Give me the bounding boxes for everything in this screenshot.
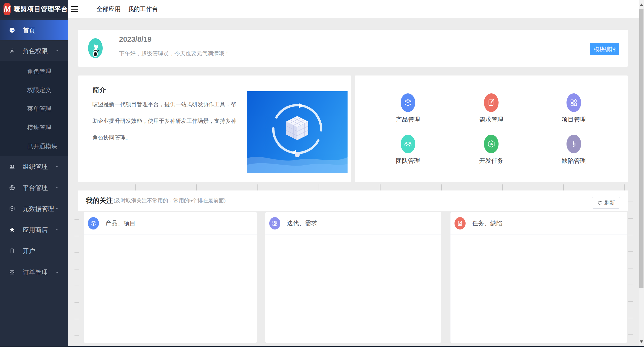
ruler-line — [628, 268, 633, 268]
chevron-down-icon — [55, 206, 59, 211]
my-follow-subtitle: (及时取消关注不常用的，常用的5个排在最前面) — [113, 197, 226, 204]
sidebar-item-role-permission[interactable]: 角色权限 — [0, 41, 68, 61]
project-kanban-icon — [269, 217, 280, 229]
sidebar-item-account-open[interactable]: 开户 — [0, 241, 68, 261]
tab-all-apps[interactable]: 全部应用 — [96, 0, 121, 18]
refresh-button[interactable]: 刷新 — [592, 197, 620, 209]
brand: M 唛盟项目管理平台 — [0, 0, 68, 18]
defect-icon — [566, 135, 581, 153]
grid-tick — [624, 184, 625, 191]
refresh-icon — [597, 200, 602, 205]
follow-card-header[interactable]: 迭代、需求 — [265, 212, 441, 235]
metadata-icon — [9, 206, 15, 212]
scroll-up-icon — [640, 4, 643, 6]
ruler-line — [74, 319, 79, 319]
refresh-label: 刷新 — [604, 199, 615, 206]
app-store-icon — [9, 227, 15, 233]
scrollbar-thumb[interactable] — [639, 9, 643, 288]
my-follow-title: 我的关注 — [86, 196, 113, 205]
grid-tick — [441, 184, 442, 191]
ruler-line — [74, 302, 79, 303]
module-label: 产品管理 — [396, 115, 420, 124]
module-defect-management[interactable]: 缺陷管理 — [551, 135, 596, 165]
grid-tick — [319, 184, 319, 191]
modules-card: 产品管理 需求管理 项目管理 团队管理 JS 开发任务 缺陷管理 — [355, 75, 628, 182]
sidebar-item-platform[interactable]: 平台管理 — [0, 178, 68, 198]
platform-icon — [9, 185, 15, 191]
module-label: 开发任务 — [479, 157, 503, 165]
app-window: M 唛盟项目管理平台 全部应用 我的工作台 下午好， 超级管理员 消息中心 7 … — [0, 0, 644, 347]
module-dev-task[interactable]: JS 开发任务 — [469, 135, 514, 165]
organization-icon — [9, 164, 15, 170]
requirement-doc-icon — [484, 93, 499, 112]
team-icon — [401, 135, 415, 153]
intro-card: 简介 唛盟是新一代项目管理平台，提供一站式研发协作工具，帮助企业提升研发效能，使… — [78, 75, 351, 182]
ruler-line — [74, 335, 79, 336]
top-bar: M 唛盟项目管理平台 全部应用 我的工作台 下午好， 超级管理员 消息中心 7 … — [0, 0, 644, 18]
intro-title: 简介 — [92, 86, 106, 95]
scroll-up-button[interactable] — [639, 0, 644, 9]
product-box-icon — [401, 93, 415, 112]
ruler-line — [628, 202, 633, 202]
sidebar-subitem-opened-modules[interactable]: 已开通模块 — [0, 139, 68, 154]
module-label: 缺陷管理 — [562, 157, 586, 165]
svg-text:JS: JS — [490, 143, 493, 145]
sidebar-subitem-role-management[interactable]: 角色管理 — [0, 64, 68, 79]
sidebar-collapse-icon[interactable] — [71, 6, 78, 12]
module-requirement-management[interactable]: 需求管理 — [469, 93, 514, 124]
my-follow-header: 我的关注 (及时取消关注不常用的，常用的5个排在最前面) 刷新 — [78, 190, 628, 211]
app-logo: M — [4, 3, 11, 15]
ruler-line — [74, 236, 79, 236]
module-team-management[interactable]: 团队管理 — [385, 135, 431, 165]
ruler-line — [628, 218, 633, 219]
chevron-down-icon — [55, 185, 59, 190]
project-kanban-icon — [566, 93, 581, 112]
scroll-down-icon — [640, 340, 643, 343]
sidebar-item-label: 订单管理 — [23, 268, 48, 277]
sidebar-subitem-module-management[interactable]: 模块管理 — [0, 120, 68, 135]
module-product-management[interactable]: 产品管理 — [385, 93, 431, 124]
grid-tick — [135, 184, 136, 191]
module-edit-button[interactable]: 模块编辑 — [590, 43, 619, 55]
sidebar-item-label: 平台管理 — [23, 184, 48, 192]
follow-card-product-project: 产品、项目 — [84, 212, 257, 343]
sidebar-item-metadata[interactable]: 元数据管理 — [0, 199, 68, 219]
ruler-line — [628, 235, 633, 235]
follow-card-label: 迭代、需求 — [287, 219, 317, 227]
follow-card-label: 任务、缺陷 — [472, 219, 502, 227]
rabbit-mascot-icon — [90, 43, 101, 58]
grid-tick — [257, 184, 258, 191]
ruler-line — [628, 301, 633, 302]
chevron-down-icon — [55, 227, 59, 232]
order-icon — [9, 269, 15, 275]
sidebar-item-order[interactable]: 订单管理 — [0, 262, 68, 282]
sidebar-item-label: 角色权限 — [23, 47, 48, 55]
follow-card-iteration-requirement: 迭代、需求 — [265, 212, 441, 343]
module-label: 需求管理 — [479, 115, 503, 124]
module-label: 项目管理 — [562, 115, 586, 124]
sidebar-item-organization[interactable]: 组织管理 — [0, 157, 68, 177]
sidebar-subitem-permission-definition[interactable]: 权限定义 — [0, 83, 68, 98]
ruler-line — [74, 219, 79, 220]
grid-tick — [196, 184, 197, 191]
role-permission-icon — [9, 48, 15, 54]
sidebar-subitem-menu-management[interactable]: 菜单管理 — [0, 101, 68, 116]
follow-card-label: 产品、项目 — [105, 219, 136, 227]
dashboard-icon — [9, 27, 15, 33]
module-project-management[interactable]: 项目管理 — [551, 93, 596, 124]
logo-letter: M — [4, 5, 11, 14]
dev-task-js-icon: JS — [484, 135, 499, 153]
sidebar-item-app-store[interactable]: 应用商店 — [0, 220, 68, 240]
ruler-line — [74, 269, 79, 269]
tab-my-workbench[interactable]: 我的工作台 — [128, 0, 158, 18]
follow-card-header[interactable]: 产品、项目 — [84, 212, 257, 235]
scroll-down-button[interactable] — [639, 337, 644, 346]
sidebar-item-label: 组织管理 — [23, 163, 48, 171]
sidebar: 首页 角色权限 角色管理 权限定义 菜单管理 模块管理 已开通模块 组织管理 平… — [0, 18, 68, 347]
follow-card-header[interactable]: 任务、缺陷 — [450, 212, 627, 235]
sidebar-item-home[interactable]: 首页 — [0, 20, 68, 40]
grid-tick — [502, 184, 503, 191]
current-date: 2023/8/19 — [119, 35, 151, 44]
requirement-doc-icon — [454, 217, 466, 229]
sidebar-item-label: 元数据管理 — [23, 205, 54, 213]
